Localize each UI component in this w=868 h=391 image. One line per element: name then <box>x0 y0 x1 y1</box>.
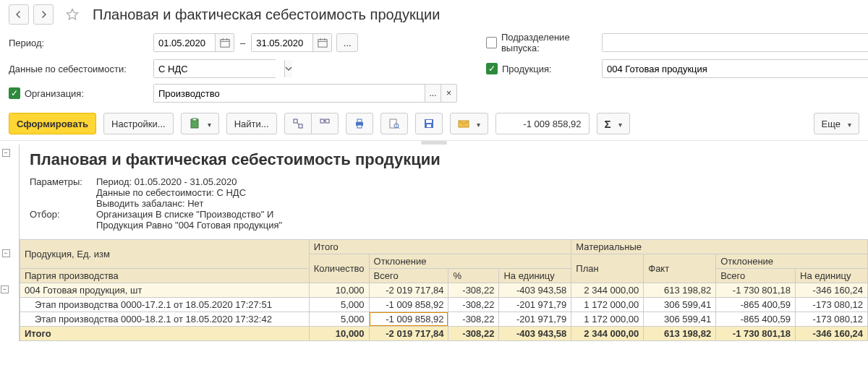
product-input[interactable] <box>603 60 868 77</box>
col-fact: Факт <box>644 254 716 283</box>
svg-rect-9 <box>192 119 197 121</box>
save-button[interactable] <box>415 113 443 134</box>
cost-data-label: Данные по себестоимости: <box>9 64 153 74</box>
chevron-down-icon <box>205 119 211 129</box>
product-label: Продукция: <box>502 64 552 74</box>
filter-label: Отбор: <box>30 209 96 231</box>
svg-line-19 <box>398 127 399 129</box>
organization-checkbox[interactable] <box>9 87 20 99</box>
nav-back-button[interactable] <box>9 4 29 25</box>
department-input[interactable] <box>603 34 868 51</box>
svg-rect-11 <box>299 124 302 128</box>
sum-display: -1 009 858,92 <box>495 113 590 134</box>
cost-data-select[interactable] <box>154 60 284 77</box>
settings-button[interactable]: Настройки... <box>103 113 174 134</box>
col-mat-deviation: Отклонение <box>716 254 868 269</box>
preview-icon <box>388 118 400 129</box>
nav-forward-button[interactable] <box>33 4 54 25</box>
chevron-down-icon <box>616 119 622 129</box>
expand-all-button[interactable] <box>284 113 312 134</box>
params-line: Выводить забаланс: Нет <box>96 198 246 209</box>
print-button[interactable] <box>346 113 373 134</box>
save-icon <box>423 118 435 129</box>
col-total-group: Итого <box>309 240 571 254</box>
expand-icon <box>292 118 304 129</box>
cost-data-dropdown-button[interactable] <box>284 60 292 77</box>
col-dev-unit: На единицу <box>499 269 571 283</box>
tree-collapse-row[interactable]: − <box>1 285 9 293</box>
sigma-icon: Σ <box>605 118 611 130</box>
preview-button[interactable] <box>380 113 408 134</box>
product-checkbox[interactable] <box>486 63 498 74</box>
col-materials-group: Материальные <box>571 240 868 254</box>
arrow-right-icon <box>39 10 48 19</box>
page-title: Плановая и фактическая себестоимость про… <box>93 7 440 23</box>
svg-rect-21 <box>426 120 432 123</box>
report-table: Продукция, Ед. изм Итого Материальные Ко… <box>20 239 868 341</box>
params-line: Данные по себестоимости: С НДС <box>96 187 246 198</box>
envelope-icon <box>458 118 469 129</box>
chevron-down-icon <box>285 65 292 72</box>
clipboard-icon <box>189 118 200 129</box>
col-plan: План <box>571 254 644 283</box>
date-to-input[interactable] <box>252 34 312 51</box>
favorite-star-icon[interactable] <box>62 4 82 25</box>
filter-line: Продукция Равно "004 Готовая продукция" <box>96 220 282 231</box>
svg-rect-16 <box>357 125 362 128</box>
col-deviation: Отклонение <box>369 254 571 269</box>
svg-rect-22 <box>427 124 431 127</box>
table-total-row: Итого 10,000 -2 019 717,84 -308,22 -403 … <box>20 327 868 341</box>
svg-rect-12 <box>320 119 324 123</box>
organization-input[interactable] <box>154 85 425 102</box>
collapse-all-button[interactable] <box>311 113 339 134</box>
svg-rect-10 <box>294 119 297 123</box>
printer-icon <box>354 118 365 129</box>
chevron-down-icon <box>845 119 851 129</box>
email-button[interactable] <box>450 113 488 134</box>
department-label: Подразделение выпуска: <box>501 32 602 53</box>
table-row[interactable]: Этап производства 0000-17.2.1 от 18.05.2… <box>20 298 868 312</box>
chevron-down-icon <box>474 119 480 129</box>
department-checkbox[interactable] <box>486 37 497 48</box>
sum-button[interactable]: Σ <box>597 113 630 134</box>
date-from-input[interactable] <box>154 34 215 51</box>
variants-button[interactable] <box>181 113 219 134</box>
svg-rect-15 <box>357 119 362 122</box>
col-dev-total: Всего <box>369 269 448 283</box>
params-line: Период: 01.05.2020 - 31.05.2020 <box>96 176 246 187</box>
col-product: Продукция, Ед. изм <box>20 240 310 269</box>
svg-rect-4 <box>318 40 327 48</box>
find-button[interactable]: Найти... <box>226 113 277 134</box>
tree-collapse-level-1[interactable]: − <box>2 149 10 157</box>
svg-rect-13 <box>326 119 329 123</box>
report-title: Плановая и фактическая себестоимость про… <box>20 145 868 173</box>
date-from-calendar-button[interactable] <box>215 34 234 51</box>
more-button[interactable]: Еще <box>814 113 859 134</box>
collapse-icon <box>319 118 331 129</box>
col-qty: Количество <box>309 254 369 283</box>
organization-label: Организация: <box>25 88 84 99</box>
col-dev-percent: % <box>448 269 499 283</box>
generate-button[interactable]: Сформировать <box>9 113 96 134</box>
period-label: Период: <box>9 38 153 48</box>
col-batch: Партия производства <box>20 269 310 283</box>
period-picker-button[interactable]: ... <box>336 33 358 52</box>
date-to-calendar-button[interactable] <box>312 34 331 51</box>
col-mdev-total: Всего <box>716 269 796 283</box>
filter-line: Организация В списке "Производство" И <box>96 209 282 220</box>
selected-cell[interactable]: -1 009 858,92 <box>369 312 448 327</box>
col-mdev-unit: На единицу <box>796 269 868 283</box>
arrow-left-icon <box>14 10 23 19</box>
table-row[interactable]: Этап производства 0000-18.2.1 от 18.05.2… <box>20 312 868 327</box>
calendar-icon <box>318 38 328 48</box>
table-row[interactable]: 004 Готовая продукция, шт 10,000 -2 019 … <box>20 283 868 298</box>
organization-clear-button[interactable]: × <box>441 85 456 102</box>
params-label: Параметры: <box>30 176 96 209</box>
tree-collapse-level-2[interactable]: − <box>2 249 10 257</box>
calendar-icon <box>220 38 230 48</box>
svg-rect-0 <box>220 40 229 48</box>
organization-picker-button[interactable]: ... <box>425 85 441 102</box>
